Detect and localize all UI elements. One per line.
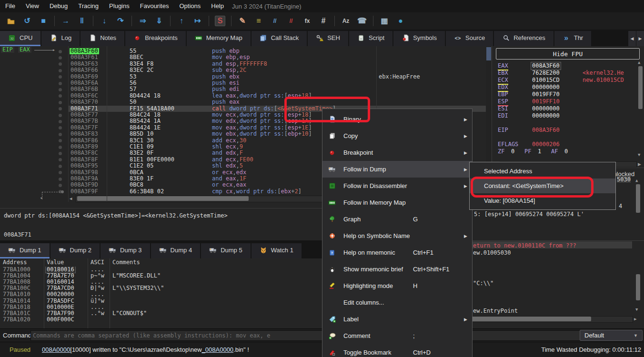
register-row-eip[interactable]: EIP008A3F60 [492,127,644,134]
menu-item-binary[interactable]: 01Binary▶ [322,111,472,128]
register-row-esp[interactable]: ESP0019FF10 [492,98,644,105]
breakpoint-dot-icon[interactable] [59,184,62,187]
breakpoint-dot-icon[interactable] [59,133,62,136]
dump-header-comments[interactable]: Comments [112,259,140,266]
tab-dump-5[interactable]: Dump 5 [201,243,251,258]
stack-row[interactable]: "C:\\" [473,280,493,287]
tab-scroll-left-button[interactable]: ◀ [628,31,636,46]
disasm-row[interactable]: 008A3F7050push eax [0,99,486,105]
preferences-font-button[interactable]: Az [339,14,352,28]
status-link[interactable]: _008A0000 [202,346,234,353]
menu-view[interactable]: View [20,0,44,12]
register-value[interactable]: 7628E200 [532,69,560,77]
menu-item-help-on-symbolic-name[interactable]: Help on Symbolic Name▶ [322,228,472,244]
run-to-expression-button[interactable]: ↦ [191,14,204,28]
menu-item-help-on-mnemonic[interactable]: ?Help on mnemonicCtrl+F1 [322,244,472,261]
flags-row[interactable]: ZF0PF1AF0 [492,148,644,155]
tab-symbols[interactable]: Symbols [393,31,445,46]
internet-button[interactable]: ● [394,14,407,28]
tab-call-stack[interactable]: Call Stack [252,31,307,46]
seh-chain-button[interactable]: S [213,14,227,28]
breakpoint-dot-icon[interactable] [59,69,62,72]
register-value[interactable]: 0019FF10 [532,98,560,105]
submenu-item-constant-getsystemtime[interactable]: Constant: <GetSystemTime> [470,178,615,193]
disasm-row[interactable]: 008A3F6683EC 2Csub esp,2C [0,67,486,73]
disasm-row[interactable]: 008A3F6953push ebxebx:HeapFree [0,74,486,80]
registers-scroll-up-icon[interactable]: ▲ [638,60,640,66]
tab-dump-4[interactable]: Dump 4 [151,243,201,258]
argument-row[interactable]: 4 [619,203,622,209]
tab-references[interactable]: References [494,31,553,46]
submenu-item-value-008aa154[interactable]: Value: [008AA154] [470,193,615,208]
tab-dump-2[interactable]: Dump 2 [50,243,100,258]
stack-row[interactable]: eturn to new.0100110C from ??? [473,242,576,249]
breakpoint-dot-icon[interactable] [59,56,62,60]
flag-value[interactable]: 1 [538,148,541,155]
disasm-vertical-scroll-thumb[interactable] [486,47,491,60]
disasm-row[interactable]: 008A3F6383E4 F8and esp,FFFFFFF8 [0,61,486,67]
breakpoint-dot-icon[interactable] [59,101,62,104]
register-row-eflags[interactable]: EFLAGS00000206 [492,141,644,148]
step-into-button[interactable]: ↓ [98,14,111,28]
tab-scroll-right-button[interactable]: ▶ [636,31,644,46]
comment-list-button[interactable]: ≡ [252,14,265,28]
breakpoint-dot-icon[interactable] [59,126,62,129]
disasm-row[interactable]: 008A3F6A56push esi [0,80,486,86]
dump-header-value[interactable]: Value [47,259,64,266]
breakpoint-dot-icon[interactable] [59,75,62,79]
step-over-button[interactable]: ↷ [114,14,127,28]
tab-seh[interactable]: !SEH [308,31,348,46]
run-to-user-code-button[interactable]: ⇒ [136,14,150,28]
breakpoint-dot-icon[interactable] [59,120,62,123]
menu-item-copy[interactable]: Copy▶ [322,128,472,144]
breakpoint-dot-icon[interactable] [59,178,62,181]
tab-dump-3[interactable]: Dump 3 [101,243,150,258]
menu-item-comment[interactable]: Comment; [322,327,472,344]
command-input[interactable] [30,330,581,341]
stack-row[interactable]: ew.EntryPoint [473,307,518,314]
menu-file[interactable]: File [0,0,20,12]
stack-row[interactable]: ew.01005030 [473,249,511,256]
close-button[interactable]: ■ [37,14,50,28]
menu-item-follow-in-disassembler[interactable]: Follow in Disassembler▶ [322,178,472,194]
register-row-edx[interactable]: EDX00000000 [492,84,644,91]
argument-row[interactable]: 5: [esp+14] 00695274 00695274 L' [474,211,584,218]
menu-plugins[interactable]: Plugins [104,0,135,12]
menu-options[interactable]: Options [174,0,206,12]
stack-scroll-down-icon[interactable]: ▼ [635,307,638,313]
menu-item-follow-in-memory-map[interactable]: Follow in Memory Map [322,194,472,211]
flag-value[interactable]: 0 [564,148,568,155]
register-row-ebx[interactable]: EBX7628E200<kernel32.He [492,69,644,77]
tab-source[interactable]: <>Source [446,31,493,46]
register-value[interactable]: 008A3F60 [532,127,560,134]
register-row-ebp[interactable]: EBP0019FF70 [492,91,644,98]
flag-value[interactable]: 0 [511,148,514,155]
stack-scroll-right-icon[interactable]: ▶ [634,316,636,322]
menu-debug[interactable]: Debug [44,0,73,12]
register-row-edi[interactable]: EDI00000000 [492,112,644,119]
submenu-item-selected-address[interactable]: Selected Address [470,164,615,178]
snowman-button[interactable]: # [317,14,330,28]
tab-script[interactable]: ‹›Script [349,31,392,46]
menu-item-highlighting-mode[interactable]: Highlighting modeH [322,278,472,294]
breakpoint-dot-icon[interactable] [59,171,62,174]
tab-dump-1[interactable]: Dump 1 [0,243,50,258]
register-row-ecx[interactable]: ECX010015CDnew.010015CD [492,77,644,84]
scroll-left-icon[interactable]: ◀ [70,196,72,202]
stack-vscroll-thumb[interactable] [636,274,640,300]
menu-item-follow-in-dump[interactable]: Follow in Dump▶ [322,161,472,178]
register-value[interactable]: 00000206 [532,141,560,148]
menu-tracing[interactable]: Tracing [73,0,104,12]
hide-fpu-button[interactable]: Hide FPU [496,48,640,60]
breakpoint-dot-icon[interactable] [59,152,62,155]
register-value[interactable]: 008A3F60 [531,62,561,69]
register-value[interactable]: 0019FF70 [532,91,560,98]
scroll-thumb[interactable] [77,196,249,201]
menu-item-toggle-bookmark[interactable]: Toggle BookmarkCtrl+D [322,344,472,357]
execute-till-return-button[interactable]: ↑ [175,14,188,28]
breakpoint-dot-icon[interactable] [59,94,62,98]
breakpoint-dot-icon[interactable] [59,62,62,66]
breakpoint-dot-icon[interactable] [59,50,62,53]
argument-row[interactable]: 5030 [617,176,631,183]
tab-watch-1[interactable]: Watch 1 [252,243,302,258]
